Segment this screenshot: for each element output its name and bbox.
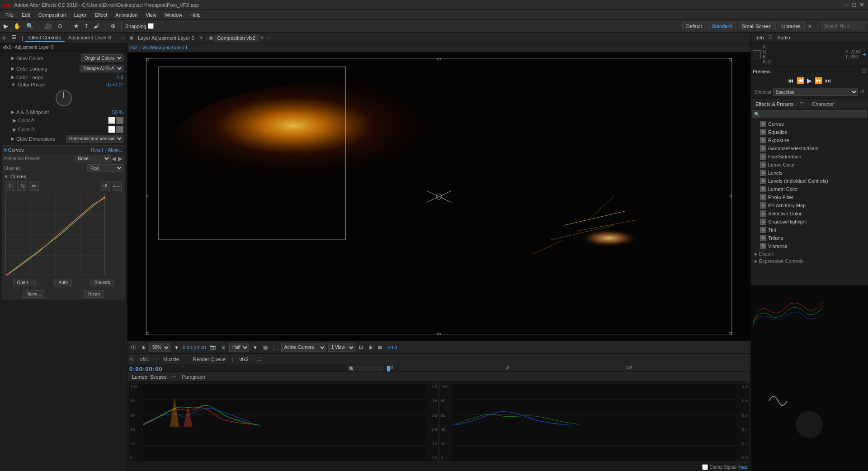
effect-item-hue-sat[interactable]: fx Hue/Saturation [751, 152, 868, 161]
breadcrumb-vfx2[interactable]: vfx2 [129, 45, 137, 50]
vc-timecode[interactable]: 0:00;00:00 [183, 345, 206, 350]
vc-alpha-btn[interactable]: ⊙ [220, 343, 227, 351]
ab-midpoint-value[interactable]: 50 % [112, 109, 123, 115]
curve-pen-btn[interactable]: ✏ [29, 181, 39, 191]
color-phase-triangle[interactable]: ▼ [11, 82, 16, 87]
maximize-button[interactable]: □ [852, 1, 856, 8]
tab-close-2[interactable]: ✕ [260, 35, 264, 41]
menu-view[interactable]: View [142, 11, 160, 19]
curves-about-btn[interactable]: About... [108, 147, 123, 152]
color-b-swatch2[interactable] [116, 126, 123, 133]
preview-menu-icon[interactable]: ☰ [862, 68, 866, 74]
float-label[interactable]: float [738, 465, 747, 470]
glow-colors-select[interactable]: Original Colors [81, 54, 123, 62]
prev-to-end-btn[interactable]: ⏭ [824, 76, 832, 85]
menu-edit[interactable]: Edit [18, 11, 34, 19]
glow-dim-select[interactable]: Horizontal and Vertical [66, 135, 123, 143]
effect-item-exposure[interactable]: fx Exposure [751, 136, 868, 144]
shortcut-reset-btn[interactable]: ↺ [860, 89, 864, 95]
vc-share-btn[interactable]: ⊠ [376, 343, 384, 351]
color-a-triangle[interactable]: ▶ [13, 118, 16, 124]
zoom-tool[interactable]: 🔍 [24, 22, 35, 30]
effect-item-vibrance[interactable]: fx Vibrance [751, 242, 868, 250]
search-help-input[interactable] [821, 22, 866, 30]
vc-camera-select[interactable]: Active Camera [281, 343, 326, 352]
color-looping-select[interactable]: Triangle A>B>A [80, 65, 123, 72]
vc-region-btn[interactable]: ▤ [261, 343, 269, 351]
curves-save-btn[interactable]: Save... [23, 290, 45, 298]
curve-smooth-btn[interactable]: ◻ [5, 181, 15, 191]
menu-file[interactable]: File [2, 11, 17, 19]
tab-effects-presets[interactable]: Effects & Presets [753, 100, 796, 108]
comp-viewer[interactable] [127, 52, 750, 341]
color-loops-value[interactable]: 1.0 [117, 75, 123, 80]
tab-layer-adjustment[interactable]: Layer Adjustment Layer 5 [134, 34, 198, 42]
star-tool[interactable]: ★ [72, 22, 81, 30]
color-phase-value[interactable]: 0x+0.0° [106, 82, 123, 87]
project-icon[interactable]: ◉ [2, 35, 6, 41]
curve-corner-btn[interactable]: ◹ [17, 181, 27, 191]
prev-to-start-btn[interactable]: ⏮ [787, 76, 795, 85]
menu-layer[interactable]: Layer [71, 11, 90, 19]
close-button[interactable]: ✕ [859, 1, 864, 8]
vc-tools-btn[interactable]: ⊞ [367, 343, 374, 351]
vc-snapshot-btn[interactable]: 📷 [208, 343, 218, 351]
panel-menu-icon[interactable]: ☰ [121, 35, 125, 41]
ab-midpoint-triangle[interactable]: ▶ [11, 109, 14, 115]
effect-item-tint[interactable]: fx Tint [751, 226, 868, 234]
color-phase-dial[interactable] [56, 90, 72, 106]
prev-play-btn[interactable]: ▶ [806, 76, 813, 85]
clamp-signal-checkbox[interactable] [702, 464, 708, 470]
effect-item-tritone[interactable]: fx Tritone [751, 234, 868, 242]
prev-step-fwd-btn[interactable]: ⏩ [814, 76, 823, 85]
minimize-button[interactable]: ─ [844, 1, 849, 8]
color-a-swatch2[interactable] [116, 117, 123, 124]
tab-paragraph[interactable]: Paragraph [179, 373, 208, 381]
tl-project-btn[interactable]: ◉ [129, 356, 134, 362]
tab-effect-controls[interactable]: Effect Controls [25, 34, 65, 42]
tab-muzzle[interactable]: Muzzle [160, 356, 182, 363]
curves-reset-btn[interactable]: Reset [91, 147, 103, 152]
tab-menu-icon[interactable]: ☰ [267, 35, 271, 41]
hand-tool[interactable]: ✋ [12, 22, 23, 30]
vc-render-btn[interactable]: ⬚ [271, 343, 279, 351]
shortcut-select[interactable]: Spacebar [773, 88, 858, 96]
tab-render-queue[interactable]: Render Queue [190, 356, 228, 363]
tab-vfx2[interactable]: vfx2 [237, 356, 251, 363]
vc-3d-btn[interactable]: ⊡ [357, 343, 365, 351]
effect-item-leave-color[interactable]: fx Leave Color [751, 161, 868, 169]
workspace-small-screen[interactable]: Small Screen [738, 22, 775, 30]
tab-lumetri-scopes[interactable]: Lumetri Scopes [129, 373, 169, 381]
effects-search-input[interactable] [752, 110, 867, 118]
color-b-swatch[interactable] [108, 126, 115, 133]
effect-item-shadow-hl[interactable]: fx Shadow/Highlight [751, 218, 868, 226]
puppet-tool[interactable]: ⊕ [109, 22, 118, 30]
tab-audio[interactable]: Audio [774, 34, 793, 41]
tab-adjustment-layer[interactable]: Adjustment Layer 8 [65, 34, 115, 42]
curves-open-btn[interactable]: Open... [13, 279, 36, 286]
tab-composition-vfx2[interactable]: Composition vfx2 [214, 34, 259, 42]
channel-select[interactable]: Red Green Blue Alpha RGB [87, 164, 123, 172]
breadcrumb-comp[interactable]: vfx2Mask.png Comp 1 [143, 45, 188, 50]
menu-help[interactable]: Help [187, 11, 204, 19]
tab-close-1[interactable]: ✕ [199, 35, 203, 41]
curve-reset-btn[interactable]: ↺ [100, 181, 110, 191]
vc-grid-btn[interactable]: ⊞ [140, 343, 147, 351]
orbit-tool[interactable]: ⊙ [56, 22, 64, 30]
curves-auto-btn[interactable]: Auto [54, 279, 72, 286]
vc-views-select[interactable]: 1 View [328, 343, 355, 352]
effect-item-levels[interactable]: fx Levels [751, 169, 868, 177]
color-loops-triangle[interactable]: ▶ [11, 74, 14, 80]
vc-zoom-dropdown[interactable]: ▼ [172, 344, 181, 351]
prev-step-back-btn[interactable]: ⏪ [796, 76, 805, 85]
tab-info[interactable]: Info [753, 34, 766, 41]
effect-item-lumetri[interactable]: fx Lumetri Color [751, 185, 868, 193]
menu-animation[interactable]: Animation [112, 11, 141, 19]
workspace-libraries[interactable]: Libraries [778, 22, 805, 30]
effect-item-photo-filter[interactable]: fx Photo Filter [751, 193, 868, 201]
vc-offset[interactable]: +0.0 [387, 345, 397, 350]
workspace-more[interactable]: » [807, 22, 813, 30]
vc-zoom-select[interactable]: 50% [149, 343, 170, 352]
vc-quality-dropdown[interactable]: ▼ [251, 344, 259, 351]
effect-item-levels-ind[interactable]: fx Levels (Individual Controls) [751, 177, 868, 185]
